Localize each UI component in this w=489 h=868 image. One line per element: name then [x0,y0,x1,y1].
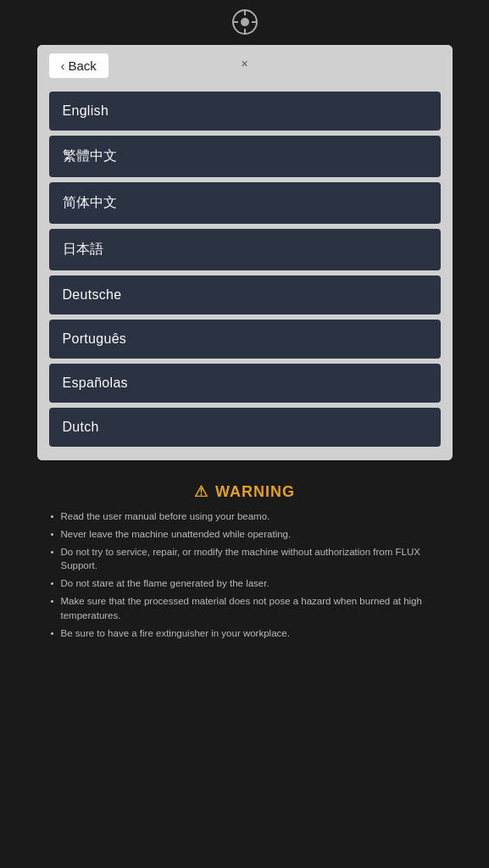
language-item-traditional-chinese[interactable]: 繁體中文 [49,136,441,177]
warning-title: ⚠ WARNING [51,482,439,501]
language-item-spanish[interactable]: Españolas [49,364,441,403]
language-item-portuguese[interactable]: Português [49,320,441,359]
warning-triangle-icon: ⚠ [194,482,208,501]
language-item-simplified-chinese[interactable]: 简体中文 [49,182,441,224]
language-item-dutch[interactable]: Dutch [49,408,441,447]
warning-section: ⚠ WARNING Read the user manual before us… [37,472,453,654]
warning-item-5: Make sure that the processed material do… [51,594,439,621]
top-bar [0,0,489,40]
language-item-japanese[interactable]: 日本語 [49,229,441,270]
language-item-english[interactable]: English [49,92,441,131]
warning-title-text: WARNING [215,483,295,501]
language-list: English 繁體中文 简体中文 日本語 Deutsche Português… [37,83,453,460]
warning-item-2: Never leave the machine unattended while… [51,527,439,541]
warning-item-3: Do not try to service, repair, or modify… [51,545,439,572]
warning-item-6: Be sure to have a fire extinguisher in y… [51,626,439,640]
language-item-deutsche[interactable]: Deutsche [49,275,441,314]
back-chevron-icon: ‹ [61,58,65,73]
warning-item-1: Read the user manual before using your b… [51,509,439,523]
close-button[interactable]: × [241,57,247,70]
modal-header: ‹ Back × [37,45,453,83]
warning-item-4: Do not stare at the flame generated by t… [51,576,439,590]
back-button-label: Back [69,58,97,73]
svg-point-1 [241,18,249,26]
warning-list: Read the user manual before using your b… [51,509,439,640]
back-button[interactable]: ‹ Back [49,53,108,78]
language-modal: ‹ Back × English 繁體中文 简体中文 日本語 Deutsche … [37,45,453,460]
flux-logo-icon [231,8,258,36]
